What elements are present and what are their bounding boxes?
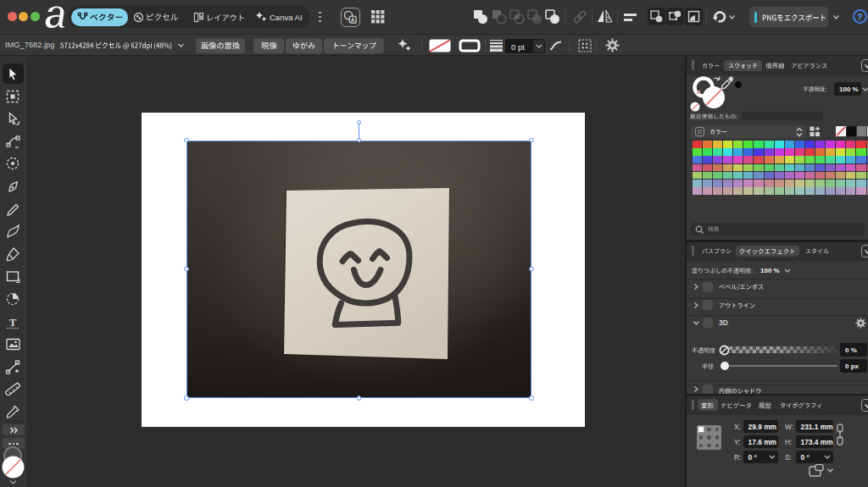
svg-text:T: T xyxy=(9,315,17,328)
svg-text:A: A xyxy=(351,16,355,22)
